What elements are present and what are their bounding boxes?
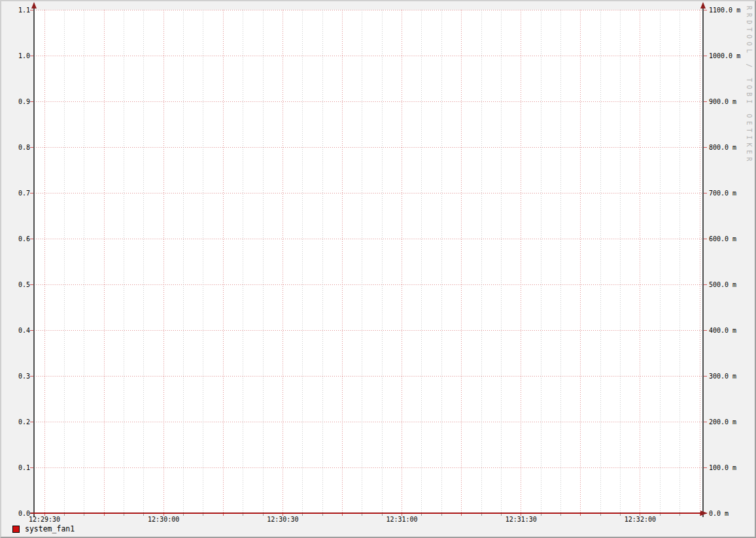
y-axis-tick-label-right: 400.0 m — [709, 328, 755, 334]
y-axis-arrow-right — [700, 2, 706, 8]
y-axis-tick-label-left: 1.0 — [9, 53, 30, 59]
y-axis-tick-label-left: 0.9 — [9, 99, 30, 105]
y-axis-tick-label-left: 0.2 — [9, 419, 30, 426]
y-axis-tick-label-right: 600.0 m — [709, 236, 755, 243]
x-axis-tick-label: 12:32:00 — [619, 516, 661, 523]
rrdtool-watermark: RRDTOOL / TOBI OETIKER — [746, 6, 753, 164]
y-axis-tick-label-right: 0.0 m — [709, 511, 755, 517]
x-axis-tick-label: 12:30:00 — [143, 516, 184, 523]
y-axis-tick-label-right: 100.0 m — [709, 465, 755, 471]
y-axis-tick-label-left: 0.4 — [9, 328, 30, 334]
y-axis-tick-label-right: 200.0 m — [709, 419, 755, 426]
y-axis-tick-label-right: 300.0 m — [709, 373, 755, 380]
legend: system_fan1 — [12, 524, 75, 533]
plot-area — [1, 1, 755, 537]
y-axis-arrow-left — [31, 2, 37, 8]
x-axis-arrow — [700, 511, 708, 516]
x-axis-tick-label: 12:30:30 — [262, 516, 303, 523]
y-axis-tick-label-left: 0.3 — [9, 373, 30, 380]
y-axis-tick-label-right: 500.0 m — [709, 282, 755, 288]
y-axis-tick-label-left: 0.6 — [9, 236, 30, 243]
rrdtool-graph: 1.11.00.90.80.70.60.50.40.30.20.10.0 110… — [0, 0, 756, 538]
y-axis-tick-label-left: 1.1 — [9, 7, 30, 14]
y-axis-tick-label-left: 0.5 — [9, 282, 30, 288]
y-axis-tick-label-left: 0.1 — [9, 465, 30, 471]
x-axis-tick-label: 12:29:30 — [24, 516, 65, 523]
x-axis-tick-label: 12:31:30 — [500, 516, 542, 523]
legend-color-swatch — [12, 526, 20, 533]
x-axis-tick-label: 12:31:00 — [381, 516, 423, 523]
y-axis-tick-label-left: 0.8 — [9, 144, 30, 151]
chart-canvas — [34, 10, 703, 513]
y-axis-tick-label-right: 700.0 m — [709, 190, 755, 197]
legend-label: system_fan1 — [25, 525, 75, 533]
y-axis-tick-label-left: 0.7 — [9, 190, 30, 197]
